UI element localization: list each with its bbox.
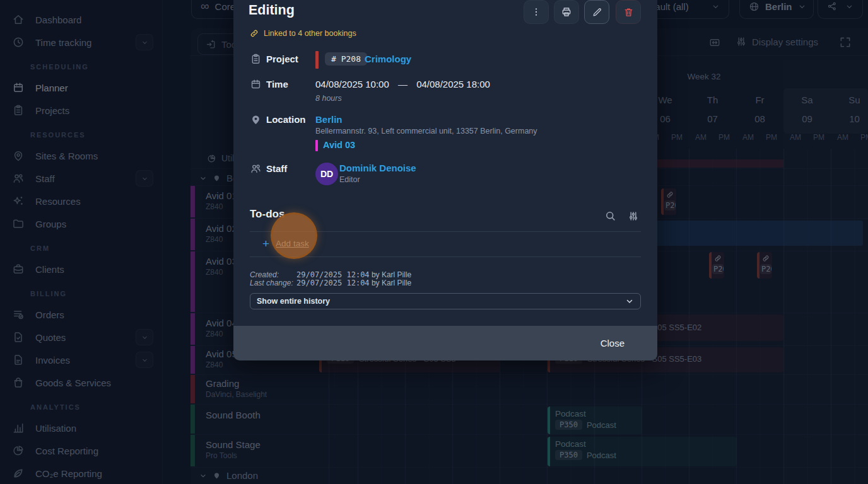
filter-sliders-icon[interactable] [628,210,640,222]
close-button[interactable]: Close [597,337,628,349]
linked-bookings-label: Linked to 4 other bookings [264,29,356,38]
booking-details-modal: Editing Linked to 4 other bookings Proje… [233,0,657,360]
more-options-button[interactable] [524,0,549,24]
clipboard-icon [250,53,262,66]
location-resource-link[interactable]: Avid 03 [323,140,355,150]
kebab-menu-icon [531,7,541,17]
last-change-datetime: 29/07/2025 12:04 [296,279,370,287]
project-label: Project [266,54,298,64]
location-city-link[interactable]: Berlin [315,114,343,125]
time-separator: — [392,79,414,89]
chevron-down-icon [625,297,634,306]
last-change-label: Last change: [250,279,293,287]
app: YOUR TIME Dashboard Time tracking SCHEDU… [0,0,868,484]
avatar: DD [315,163,338,185]
created-datetime: 29/07/2025 12:04 [296,270,370,279]
location-label: Location [266,114,306,125]
resource-color-bar [315,140,318,151]
time-value: 04/08/2025 10:00 — 04/08/2025 18:00 [315,79,490,89]
last-change-value: 29/07/2025 12:04 by Karl Pille [296,279,411,287]
history-select[interactable]: Show entire history [250,293,641,309]
pencil-icon [592,7,602,18]
history-select-label: Show entire history [257,297,330,306]
created-by: by Karl Pille [370,270,412,279]
linked-bookings-link[interactable]: Linked to 4 other bookings [250,29,356,38]
divider [250,231,641,232]
modal-title: Editing [249,3,295,18]
divider [250,256,641,257]
printer-icon [561,6,572,18]
map-pin-icon [250,113,262,126]
time-duration: 8 hours [315,94,342,103]
todos-title: To-dos [250,208,284,221]
people-icon [250,163,262,175]
last-change-by: by Karl Pille [370,279,412,287]
link-icon [250,29,259,38]
calendar-icon [250,78,262,91]
delete-button[interactable] [616,0,641,24]
search-icon[interactable] [604,210,617,222]
project-name-link[interactable]: Crimology [365,54,411,64]
project-color-bar [315,51,319,69]
staff-label: Staff [266,163,287,174]
edit-button[interactable] [584,0,609,24]
modal-footer: Close [233,326,657,360]
print-button[interactable] [554,0,579,24]
time-start: 04/08/2025 10:00 [315,79,389,89]
staff-name-link[interactable]: Dominik Denoise [339,163,416,173]
time-end: 04/08/2025 18:00 [416,79,490,89]
staff-role: Editor [339,175,360,184]
plus-icon: + [262,238,269,250]
location-address: Bellermannstr. 93, Left commercial unit,… [315,127,537,135]
trash-icon [623,7,634,18]
add-task-label: Add task [276,239,309,248]
time-label: Time [266,79,288,89]
project-code-badge: # P208 [325,52,367,66]
add-task-button[interactable]: + Add task [262,238,309,250]
created-value: 29/07/2025 12:04 by Karl Pille [296,270,411,279]
created-label: Created: [250,270,279,279]
